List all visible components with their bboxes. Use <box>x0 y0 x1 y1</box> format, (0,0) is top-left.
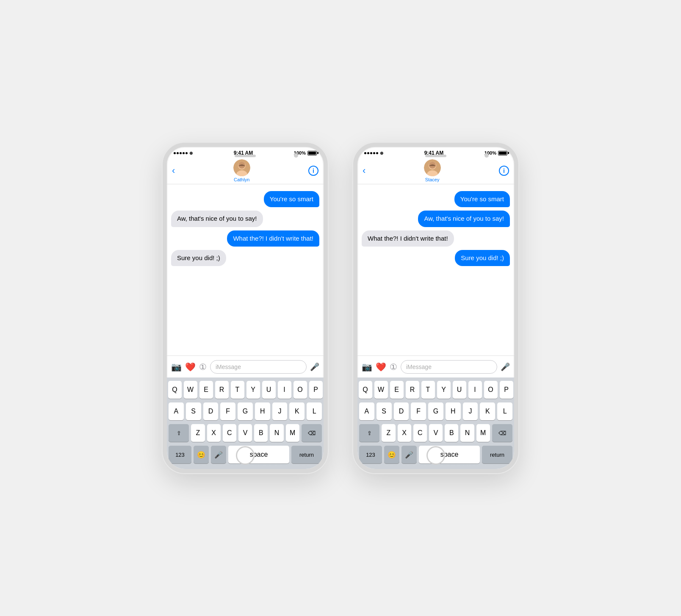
key-J-2[interactable]: J <box>463 402 478 420</box>
key-B-1[interactable]: B <box>254 424 268 442</box>
key-K-2[interactable]: K <box>480 402 495 420</box>
key-V-1[interactable]: V <box>238 424 252 442</box>
contact-name-1: Cathlyn <box>234 177 249 182</box>
key-C-1[interactable]: C <box>223 424 236 442</box>
key-D-2[interactable]: D <box>394 402 409 420</box>
battery-icon-2 <box>498 151 507 155</box>
mic-icon-2[interactable]: 🎤 <box>501 362 510 372</box>
key-emoji-2[interactable]: 😊 <box>384 446 399 463</box>
message-1-2: Aw, that's nice of you to say! <box>171 211 263 227</box>
wifi-icon-1: ⊛ <box>189 151 193 155</box>
key-F-1[interactable]: F <box>220 402 235 420</box>
key-X-2[interactable]: X <box>398 424 411 442</box>
key-Z-2[interactable]: Z <box>382 424 395 442</box>
key-row-1-3: ⇧ Z X C V B N M ⌫ <box>169 424 322 442</box>
speaker-2 <box>425 155 446 157</box>
mic-icon-1[interactable]: 🎤 <box>310 362 319 372</box>
key-N-2[interactable]: N <box>460 424 474 442</box>
key-Z-1[interactable]: Z <box>191 424 205 442</box>
key-W-1[interactable]: W <box>184 381 197 399</box>
key-Y-1[interactable]: Y <box>246 381 260 399</box>
key-C-2[interactable]: C <box>413 424 427 442</box>
key-V-2[interactable]: V <box>429 424 443 442</box>
key-Y-2[interactable]: Y <box>437 381 451 399</box>
info-button-2[interactable]: i <box>499 166 509 176</box>
key-G-2[interactable]: G <box>428 402 443 420</box>
key-W-2[interactable]: W <box>374 381 388 399</box>
key-123-1[interactable]: 123 <box>169 446 191 463</box>
imessage-input-2[interactable]: iMessage <box>401 360 497 374</box>
battery-icon-1 <box>307 151 317 155</box>
camera-icon-1[interactable]: 📷 <box>171 362 182 372</box>
key-mic-1[interactable]: 🎤 <box>211 446 226 463</box>
key-delete-1[interactable]: ⌫ <box>302 424 322 442</box>
key-O-2[interactable]: O <box>484 381 498 399</box>
key-G-1[interactable]: G <box>238 402 253 420</box>
key-M-2[interactable]: M <box>476 424 490 442</box>
key-I-2[interactable]: I <box>468 381 482 399</box>
avatar-2[interactable] <box>424 159 441 176</box>
signal-dots-2 <box>364 152 378 154</box>
key-O-1[interactable]: O <box>293 381 307 399</box>
key-T-1[interactable]: T <box>231 381 244 399</box>
heart-icon-1[interactable]: ❤️ <box>185 362 196 372</box>
key-A-2[interactable]: A <box>359 402 374 420</box>
key-J-1[interactable]: J <box>272 402 288 420</box>
nav-bar-2: ‹ Stacey i <box>357 159 514 184</box>
key-H-1[interactable]: H <box>255 402 270 420</box>
nav-bar-1: ‹ Cathlyn i <box>167 159 324 184</box>
imessage-input-1[interactable]: iMessage <box>210 360 307 374</box>
key-E-2[interactable]: E <box>390 381 404 399</box>
key-Q-2[interactable]: Q <box>359 381 372 399</box>
key-P-1[interactable]: P <box>309 381 323 399</box>
key-S-1[interactable]: S <box>186 402 201 420</box>
key-shift-1[interactable]: ⇧ <box>169 424 189 442</box>
heart-icon-2[interactable]: ❤️ <box>376 362 386 372</box>
key-D-1[interactable]: D <box>203 402 219 420</box>
key-I-1[interactable]: I <box>278 381 291 399</box>
apps-icon-1[interactable]: ① <box>199 362 207 372</box>
avatar-1[interactable] <box>233 159 250 176</box>
key-U-2[interactable]: U <box>453 381 466 399</box>
key-N-1[interactable]: N <box>270 424 283 442</box>
iphone-2: ⊛ 9:41 AM 100% ‹ <box>353 143 518 473</box>
key-M-1[interactable]: M <box>286 424 299 442</box>
back-button-2[interactable]: ‹ <box>363 165 365 176</box>
info-button-1[interactable]: i <box>308 166 318 176</box>
apps-icon-2[interactable]: ① <box>390 362 397 372</box>
home-button-2[interactable] <box>426 446 445 465</box>
key-L-1[interactable]: L <box>307 402 322 420</box>
key-123-2[interactable]: 123 <box>359 446 382 463</box>
phones-container: ⊛ 9:41 AM 100% ‹ <box>163 143 518 473</box>
key-return-1[interactable]: return <box>291 446 322 463</box>
message-2-1: You're so smart <box>454 191 510 207</box>
key-E-1[interactable]: E <box>199 381 213 399</box>
key-mic-2[interactable]: 🎤 <box>401 446 417 463</box>
back-button-1[interactable]: ‹ <box>172 165 175 176</box>
key-emoji-1[interactable]: 😊 <box>194 446 209 463</box>
key-delete-2[interactable]: ⌫ <box>492 424 512 442</box>
key-L-2[interactable]: L <box>497 402 512 420</box>
home-button-1[interactable] <box>236 446 255 465</box>
key-H-2[interactable]: H <box>446 402 461 420</box>
status-left-2: ⊛ <box>364 151 383 155</box>
key-U-1[interactable]: U <box>262 381 276 399</box>
key-S-2[interactable]: S <box>376 402 392 420</box>
key-shift-2[interactable]: ⇧ <box>359 424 379 442</box>
camera-icon-2[interactable]: 📷 <box>362 362 372 372</box>
message-1-3: What the?! I didn't write that! <box>227 230 319 247</box>
key-K-1[interactable]: K <box>289 402 305 420</box>
key-row-2-2: A S D F G H J K L <box>359 402 512 420</box>
key-F-2[interactable]: F <box>411 402 426 420</box>
nav-center-2: Stacey <box>424 159 441 182</box>
key-Q-1[interactable]: Q <box>168 381 182 399</box>
key-return-2[interactable]: return <box>482 446 512 463</box>
key-R-2[interactable]: R <box>406 381 419 399</box>
key-A-1[interactable]: A <box>169 402 184 420</box>
key-B-2[interactable]: B <box>445 424 458 442</box>
key-X-1[interactable]: X <box>207 424 221 442</box>
key-P-2[interactable]: P <box>500 381 513 399</box>
key-row-1-1: Q W E R T Y U I O P <box>169 381 322 399</box>
key-R-1[interactable]: R <box>215 381 229 399</box>
key-T-2[interactable]: T <box>421 381 435 399</box>
